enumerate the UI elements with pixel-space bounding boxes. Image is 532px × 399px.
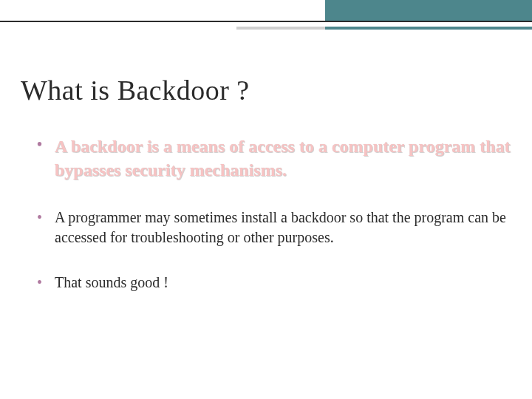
- teal-accent: [325, 27, 532, 30]
- bullet-text: That sounds good !: [55, 274, 168, 290]
- slide-title: What is Backdoor ?: [21, 74, 511, 106]
- bullet-text-highlight: A backdoor is a means of access to a com…: [55, 137, 511, 180]
- teal-bar: [325, 0, 532, 21]
- slide-content: What is Backdoor ? A backdoor is a means…: [21, 74, 511, 318]
- divider-line: [0, 21, 532, 22]
- gray-accent: [236, 27, 325, 30]
- list-item: A programmer may sometimes install a bac…: [37, 208, 511, 248]
- bullet-text: A programmer may sometimes install a bac…: [55, 209, 506, 245]
- decorative-top-border: [0, 0, 532, 25]
- list-item: That sounds good !: [37, 273, 511, 293]
- bullet-list: A backdoor is a means of access to a com…: [21, 134, 511, 293]
- list-item: A backdoor is a means of access to a com…: [37, 134, 511, 183]
